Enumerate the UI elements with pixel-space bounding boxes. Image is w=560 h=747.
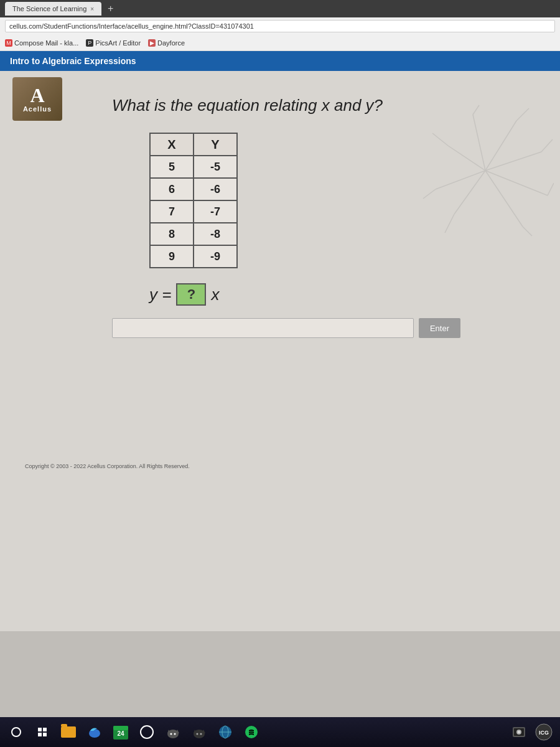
input-enter-row: Enter: [112, 318, 460, 338]
enter-button[interactable]: Enter: [419, 318, 460, 338]
address-bar-input[interactable]: [5, 20, 555, 32]
table-cell-x: 8: [150, 223, 194, 245]
taskbar-music[interactable]: [240, 721, 263, 743]
taskbar-cat2[interactable]: [188, 721, 210, 743]
equation-suffix: x: [211, 285, 219, 304]
bookmarks-bar: M Compose Mail - kla... P PicsArt / Edit…: [0, 35, 560, 51]
question-text-content: What is the equation relating x and y?: [112, 96, 383, 115]
bookmark-picsart-label: PicsArt / Editor: [95, 39, 141, 47]
active-tab[interactable]: The Science of Learning ×: [5, 2, 101, 16]
bookmark-mail[interactable]: M Compose Mail - kla...: [5, 39, 78, 47]
o-icon: [139, 725, 154, 740]
svg-text:24: 24: [117, 730, 124, 737]
taskbar-globe[interactable]: [214, 721, 236, 743]
footer-text: Copyright © 2003 - 2022 Acellus Corporat…: [25, 463, 190, 469]
taskbar-search[interactable]: [31, 721, 54, 743]
taskbar-o-icon[interactable]: [136, 721, 158, 743]
xy-table: X Y 5-56-67-78-89-9: [149, 133, 238, 268]
main-content: A Acellus What is the equation rela: [0, 71, 560, 631]
bookmark-dayforce[interactable]: ▶ Dayforce: [148, 39, 185, 47]
taskbar-folder[interactable]: [57, 721, 80, 743]
table-cell-x: 7: [150, 200, 194, 223]
taskbar-calendar[interactable]: 24: [110, 721, 132, 743]
picsart-icon: P: [86, 39, 93, 47]
table-cell-x: 6: [150, 178, 194, 200]
bookmark-dayforce-label: Dayforce: [157, 39, 185, 47]
tray-area: ICG: [508, 721, 555, 743]
table-cell-x: 9: [150, 245, 194, 268]
folder-icon: [61, 726, 76, 738]
grid-icon: [38, 728, 47, 736]
globe-icon: [218, 725, 233, 740]
svg-point-29: [197, 733, 198, 735]
svg-text:ICG: ICG: [539, 730, 549, 736]
mail-icon: M: [5, 39, 12, 47]
photo-icon: [511, 725, 526, 740]
question-area: What is the equation relating x and y? X…: [87, 71, 560, 363]
question-text: What is the equation relating x and y?: [112, 96, 523, 115]
dayforce-icon: ▶: [148, 39, 156, 47]
answer-placeholder: ?: [187, 286, 195, 303]
app-header-bar: Intro to Algebraic Expressions: [0, 51, 560, 71]
equation-prefix: y =: [149, 285, 171, 304]
logo-name: Acellus: [23, 105, 52, 113]
taskbar: 24: [0, 717, 560, 747]
table-cell-y: -7: [194, 200, 237, 223]
music-icon: [244, 725, 259, 740]
browser-chrome: The Science of Learning × +: [0, 0, 560, 17]
circle-icon: [11, 727, 21, 737]
table-cell-x: 5: [150, 156, 194, 178]
table-col-x: X: [150, 133, 194, 156]
answer-row: y = ? x: [149, 283, 523, 306]
taskbar-start[interactable]: [5, 721, 27, 743]
table-cell-y: -9: [194, 245, 237, 268]
calendar-icon: 24: [112, 723, 129, 741]
answer-placeholder-box: ?: [176, 283, 206, 306]
svg-point-20: [141, 726, 153, 738]
logo-letter: A: [30, 85, 44, 105]
logo-area: A Acellus: [0, 71, 75, 127]
table-row: 6-6: [150, 178, 237, 200]
table-row: 7-7: [150, 200, 237, 223]
footer: Copyright © 2003 - 2022 Acellus Corporat…: [25, 463, 190, 469]
cat-icon-1: [166, 725, 180, 740]
svg-point-30: [200, 733, 202, 735]
address-bar-row: [0, 17, 560, 35]
svg-point-25: [174, 733, 176, 735]
bookmark-mail-label: Compose Mail - kla...: [14, 39, 78, 47]
taskbar-edge[interactable]: [83, 721, 106, 743]
table-cell-y: -8: [194, 223, 237, 245]
tray-photo[interactable]: [508, 721, 530, 743]
taskbar-cat1[interactable]: [162, 721, 184, 743]
table-row: 5-5: [150, 156, 237, 178]
tray-badge[interactable]: ICG: [533, 721, 555, 743]
bookmark-picsart[interactable]: P PicsArt / Editor: [86, 39, 141, 47]
table-cell-y: -6: [194, 178, 237, 200]
tab-close-button[interactable]: ×: [90, 6, 94, 12]
answer-input[interactable]: [112, 318, 414, 338]
table-cell-y: -5: [194, 156, 237, 178]
tab-label: The Science of Learning: [12, 5, 86, 12]
cat-icon-2: [192, 725, 207, 740]
svg-point-38: [518, 731, 520, 733]
tab-bar: The Science of Learning × +: [5, 0, 117, 17]
badge-icon: ICG: [534, 723, 553, 741]
logo-box: A Acellus: [12, 77, 62, 121]
svg-rect-18: [113, 726, 128, 730]
svg-point-24: [170, 733, 172, 735]
new-tab-button[interactable]: +: [104, 3, 117, 14]
table-row: 9-9: [150, 245, 237, 268]
edge-icon: [87, 725, 102, 740]
table-row: 8-8: [150, 223, 237, 245]
table-col-y: Y: [194, 133, 237, 156]
app-header-title: Intro to Algebraic Expressions: [10, 56, 136, 66]
